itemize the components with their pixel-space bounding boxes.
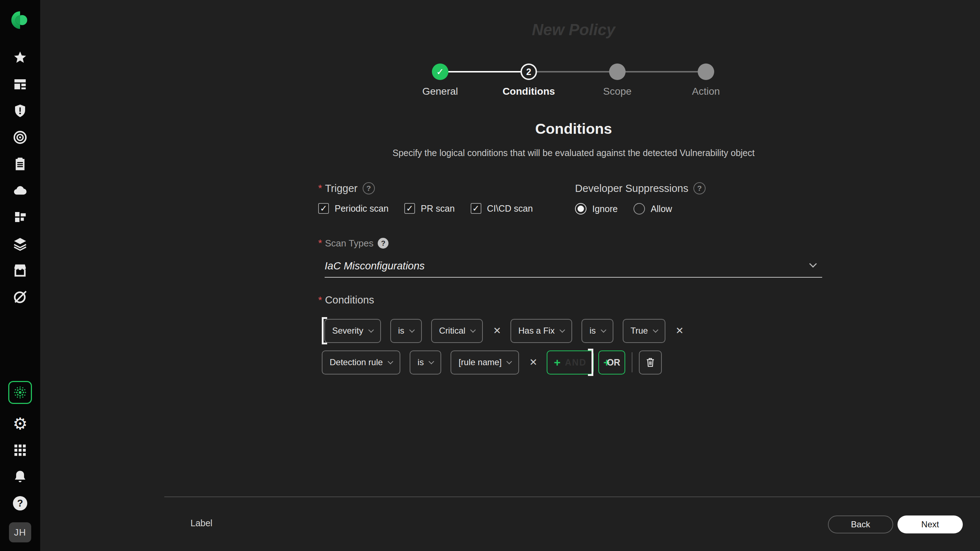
condition-operator-dropdown[interactable]: is: [581, 319, 613, 343]
back-button[interactable]: Back: [828, 516, 893, 533]
favorites-star-icon[interactable]: [9, 46, 32, 70]
step-connector: [529, 71, 617, 72]
and-button-label: AND: [565, 357, 587, 368]
required-mark: *: [318, 295, 322, 306]
condition-field-value: Has a Fix: [518, 326, 555, 336]
step-circle-general[interactable]: [432, 64, 449, 80]
checkbox-label-cicd-scan[interactable]: CI\CD scan: [487, 204, 533, 214]
conditions-label: Conditions: [325, 294, 374, 306]
chevron-down-icon: [388, 358, 393, 364]
add-and-condition-button[interactable]: + AND: [547, 350, 593, 374]
radio-label-ignore[interactable]: Ignore: [592, 204, 618, 214]
notifications-bell-icon[interactable]: [9, 465, 32, 489]
chevron-down-icon: [368, 327, 374, 333]
help-icon[interactable]: ?: [9, 492, 32, 515]
step-label-conditions[interactable]: Conditions: [489, 86, 568, 97]
condition-operator-value: is: [418, 357, 424, 367]
developer-suppressions-help-icon[interactable]: [694, 182, 706, 194]
vertical-divider: [632, 352, 632, 373]
checkbox-label-periodic-scan[interactable]: Periodic scan: [335, 204, 388, 214]
sidebar-bottom-group: ⚙ ? JH: [8, 381, 32, 542]
shield-alert-icon[interactable]: [9, 99, 32, 123]
step-connector-done: [440, 71, 529, 72]
developer-suppressions-section: Developer Suppressions Ignore Allow: [575, 182, 706, 215]
step-connector: [617, 71, 706, 72]
radio-label-allow[interactable]: Allow: [651, 204, 672, 214]
checkbox-cicd-scan[interactable]: [471, 203, 481, 214]
condition-field-dropdown[interactable]: Detection rule: [322, 350, 400, 374]
trigger-label: Trigger: [325, 183, 358, 194]
checkbox-label-pr-scan[interactable]: PR scan: [421, 204, 455, 214]
add-or-condition-button[interactable]: + OR: [598, 350, 625, 374]
trigger-section: * Trigger Periodic scan PR scan CI\CD sc…: [318, 182, 549, 214]
radio-ignore[interactable]: [575, 203, 587, 215]
sidebar: ⚙ ? JH: [0, 0, 40, 551]
app-logo-icon[interactable]: [10, 10, 30, 30]
checkbox-pr-scan[interactable]: [404, 203, 415, 214]
chevron-down-icon: [653, 327, 659, 333]
group-close-bracket: [588, 349, 593, 376]
condition-value: True: [631, 326, 648, 336]
condition-row-2: Detection rule is [rule name] + AND + OR: [322, 349, 662, 376]
scan-policies-selected-icon[interactable]: [8, 381, 32, 404]
condition-operator-dropdown[interactable]: is: [410, 350, 441, 374]
remove-condition-icon[interactable]: [675, 325, 684, 336]
chevron-down-icon: [470, 327, 476, 333]
layers-icon[interactable]: [9, 232, 32, 255]
compass-gauge-icon[interactable]: [9, 285, 32, 309]
radio-allow[interactable]: [633, 203, 645, 215]
chevron-down-icon: [409, 327, 415, 333]
developer-suppressions-label: Developer Suppressions: [575, 183, 688, 194]
trash-icon: [644, 357, 656, 368]
trigger-help-icon[interactable]: [363, 182, 375, 194]
condition-field-value: Severity: [332, 326, 363, 336]
or-button-label: OR: [607, 357, 620, 368]
next-button[interactable]: Next: [897, 516, 963, 533]
required-mark: *: [318, 183, 322, 194]
condition-value: [rule name]: [458, 357, 501, 367]
user-avatar[interactable]: JH: [9, 522, 31, 542]
chevron-down-icon: [506, 358, 512, 364]
footer-divider: [164, 497, 980, 497]
scan-types-help-icon[interactable]: [378, 238, 388, 248]
step-label-scope[interactable]: Scope: [578, 86, 657, 97]
report-clipboard-icon[interactable]: [9, 152, 32, 176]
condition-value-dropdown[interactable]: Critical: [431, 319, 483, 343]
step-label-action[interactable]: Action: [667, 86, 745, 97]
widgets-icon[interactable]: [9, 205, 32, 229]
condition-field-value: Detection rule: [330, 357, 383, 367]
scan-types-value: IaC Misconfigurations: [325, 260, 425, 272]
dashboard-layout-icon[interactable]: [9, 72, 32, 96]
condition-field-dropdown[interactable]: Has a Fix: [511, 319, 572, 343]
delete-condition-group-button[interactable]: [639, 350, 662, 374]
step-label-general[interactable]: General: [401, 86, 480, 97]
scan-types-select[interactable]: IaC Misconfigurations: [325, 255, 822, 278]
apps-grid-icon[interactable]: [9, 438, 32, 462]
condition-value-dropdown[interactable]: [rule name]: [450, 350, 519, 374]
section-heading: Conditions: [325, 121, 822, 137]
step-circle-scope[interactable]: [609, 64, 625, 80]
storefront-icon[interactable]: [9, 258, 32, 282]
wizard-stepper: 2 General Conditions Scope Action: [325, 64, 822, 110]
condition-operator-dropdown[interactable]: is: [390, 319, 422, 343]
condition-value-dropdown[interactable]: True: [623, 319, 665, 343]
chevron-down-icon: [809, 260, 817, 268]
step-circle-action[interactable]: [698, 64, 714, 80]
condition-field-dropdown[interactable]: Severity: [324, 319, 381, 343]
scan-types-section: * Scan Types IaC Misconfigurations: [325, 237, 822, 278]
target-icon[interactable]: [9, 126, 32, 149]
section-subheading: Specify the logical conditions that will…: [253, 148, 894, 158]
plus-icon: +: [554, 357, 561, 368]
remove-condition-icon[interactable]: [493, 325, 501, 336]
chevron-down-icon: [429, 358, 434, 364]
step-circle-conditions[interactable]: 2: [520, 64, 537, 80]
checkbox-periodic-scan[interactable]: [318, 203, 329, 214]
settings-gear-icon[interactable]: ⚙: [9, 412, 32, 435]
scan-types-label: Scan Types: [325, 238, 374, 249]
remove-condition-icon[interactable]: [529, 357, 537, 368]
chevron-down-icon: [600, 327, 606, 333]
required-mark: *: [318, 237, 322, 249]
page-title: New Policy: [325, 21, 822, 39]
cloud-icon[interactable]: [9, 178, 32, 202]
condition-row-1: Severity is Critical Has a Fix is True: [322, 317, 693, 344]
